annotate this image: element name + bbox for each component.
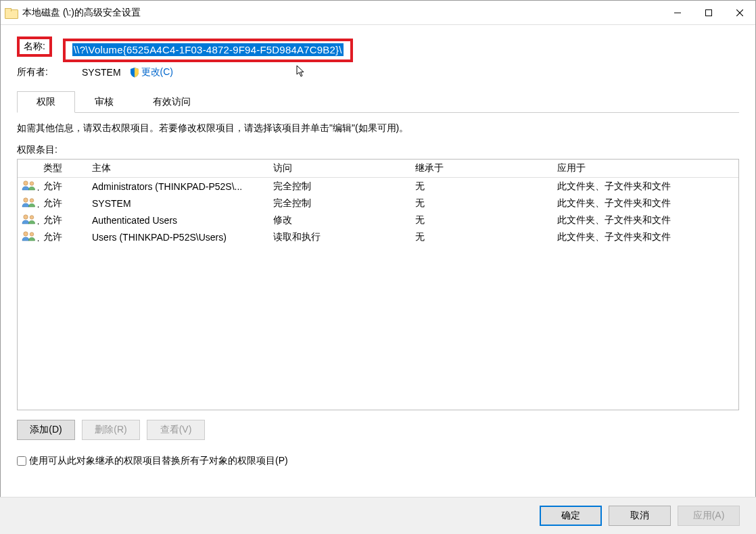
content-area: 名称: \\?\Volume{6525A4C4-1F03-4872-9F94-F…	[1, 25, 755, 475]
row-applies: 此文件夹、子文件夹和文件	[553, 195, 738, 212]
table-row[interactable]: 允许Authenticated Users修改无此文件夹、子文件夹和文件	[18, 212, 738, 228]
dialog-footer: 确定 取消 应用(A)	[0, 497, 756, 534]
row-principal: SYSTEM	[88, 195, 269, 212]
owner-value: SYSTEM	[82, 67, 121, 78]
col-access-header[interactable]: 访问	[269, 160, 411, 178]
svg-rect-1	[706, 9, 712, 16]
entries-label: 权限条目:	[17, 144, 739, 156]
row-icon	[18, 212, 39, 228]
replace-checkbox-row[interactable]: 使用可从此对象继承的权限项目替换所有子对象的权限项目(P)	[17, 455, 739, 467]
row-icon	[18, 195, 39, 212]
window-title: 本地磁盘 (\:)的高级安全设置	[22, 7, 662, 19]
row-inherited: 无	[411, 195, 553, 212]
name-row: 名称: \\?\Volume{6525A4C4-1F03-4872-9F94-F…	[17, 39, 739, 62]
window-controls	[662, 1, 755, 24]
col-icon-header[interactable]	[18, 160, 39, 178]
row-type: 允许	[39, 195, 88, 212]
row-inherited: 无	[411, 228, 553, 245]
row-applies: 此文件夹、子文件夹和文件	[553, 228, 738, 245]
row-access: 完全控制	[269, 178, 411, 195]
users-icon	[22, 180, 37, 191]
cancel-button[interactable]: 取消	[609, 506, 671, 526]
minimize-button[interactable]	[662, 1, 693, 24]
svg-point-7	[30, 199, 34, 203]
ok-button[interactable]: 确定	[540, 506, 602, 526]
row-icon	[18, 178, 39, 195]
titlebar: 本地磁盘 (\:)的高级安全设置	[1, 1, 755, 25]
row-type: 允许	[39, 228, 88, 245]
owner-row: 所有者: SYSTEM 更改(C)	[17, 66, 739, 78]
users-icon	[22, 230, 37, 241]
entry-buttons: 添加(D) 删除(R) 查看(V)	[17, 420, 739, 440]
row-access: 修改	[269, 212, 411, 228]
row-inherited: 无	[411, 212, 553, 228]
volume-path[interactable]: \\?\Volume{6525A4C4-1F03-4872-9F94-F5D98…	[72, 43, 344, 56]
tabs: 权限 审核 有效访问	[17, 91, 739, 113]
row-inherited: 无	[411, 178, 553, 195]
permissions-table[interactable]: 类型 主体 访问 继承于 应用于 允许Administrators (THINK…	[17, 159, 739, 410]
tab-effective-access[interactable]: 有效访问	[133, 91, 210, 113]
row-principal: Administrators (THINKPAD-P52S\...	[88, 178, 269, 195]
row-principal: Users (THINKPAD-P52S\Users)	[88, 228, 269, 245]
svg-point-5	[30, 182, 34, 186]
table-header-row: 类型 主体 访问 继承于 应用于	[18, 160, 738, 178]
col-applies-header[interactable]: 应用于	[553, 160, 738, 178]
row-icon	[18, 228, 39, 245]
row-principal: Authenticated Users	[88, 212, 269, 228]
tab-permissions[interactable]: 权限	[17, 91, 75, 113]
help-text: 如需其他信息，请双击权限项目。若要修改权限项目，请选择该项目并单击"编辑"(如果…	[17, 122, 739, 135]
row-access: 读取和执行	[269, 228, 411, 245]
replace-checkbox-label: 使用可从此对象继承的权限项目替换所有子对象的权限项目(P)	[29, 455, 288, 467]
remove-button[interactable]: 删除(R)	[82, 420, 140, 440]
owner-label: 所有者:	[17, 66, 82, 78]
col-inherited-header[interactable]: 继承于	[411, 160, 553, 178]
row-applies: 此文件夹、子文件夹和文件	[553, 212, 738, 228]
table-row[interactable]: 允许Administrators (THINKPAD-P52S\...完全控制无…	[18, 178, 738, 195]
path-highlight: \\?\Volume{6525A4C4-1F03-4872-9F94-F5D98…	[63, 39, 353, 62]
change-owner-link[interactable]: 更改(C)	[141, 66, 173, 78]
apply-button[interactable]: 应用(A)	[678, 506, 740, 526]
close-button[interactable]	[724, 1, 755, 24]
add-button[interactable]: 添加(D)	[17, 420, 75, 440]
users-icon	[22, 197, 37, 208]
svg-point-11	[30, 233, 34, 237]
row-type: 允许	[39, 212, 88, 228]
tab-auditing[interactable]: 审核	[75, 91, 133, 113]
users-icon	[22, 214, 37, 224]
svg-point-8	[24, 215, 28, 219]
view-button[interactable]: 查看(V)	[147, 420, 205, 440]
shield-icon	[129, 67, 140, 78]
name-label: 名称:	[24, 41, 45, 51]
table-row[interactable]: 允许SYSTEM完全控制无此文件夹、子文件夹和文件	[18, 195, 738, 212]
col-type-header[interactable]: 类型	[39, 160, 88, 178]
svg-point-4	[24, 181, 28, 185]
row-applies: 此文件夹、子文件夹和文件	[553, 178, 738, 195]
row-type: 允许	[39, 178, 88, 195]
table-row[interactable]: 允许Users (THINKPAD-P52S\Users)读取和执行无此文件夹、…	[18, 228, 738, 245]
svg-point-6	[24, 198, 28, 202]
col-principal-header[interactable]: 主体	[88, 160, 269, 178]
folder-icon	[5, 8, 17, 18]
svg-point-9	[30, 216, 34, 220]
name-label-highlight: 名称:	[17, 37, 52, 57]
row-access: 完全控制	[269, 195, 411, 212]
svg-point-10	[24, 232, 28, 236]
maximize-button[interactable]	[693, 1, 724, 24]
replace-checkbox[interactable]	[17, 456, 26, 466]
